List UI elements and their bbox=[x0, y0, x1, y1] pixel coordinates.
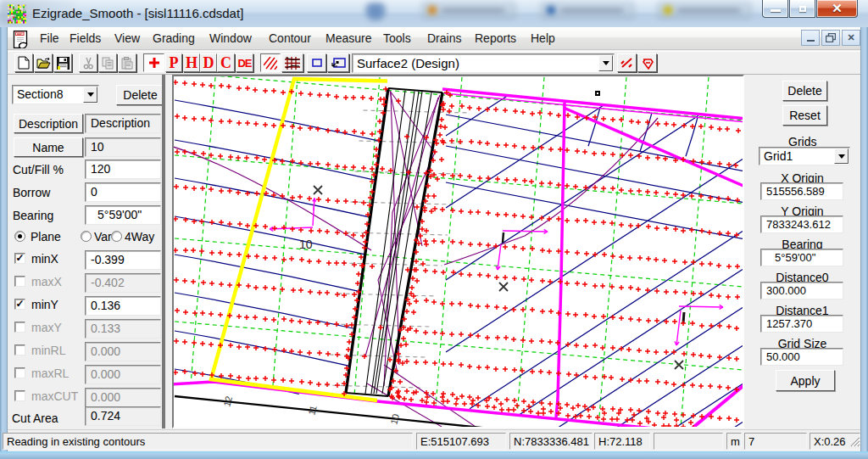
svg-text:10: 10 bbox=[388, 413, 401, 426]
svg-text:10: 10 bbox=[299, 238, 313, 251]
svg-text:12: 12 bbox=[221, 395, 234, 408]
svg-text:11: 11 bbox=[306, 404, 319, 416]
